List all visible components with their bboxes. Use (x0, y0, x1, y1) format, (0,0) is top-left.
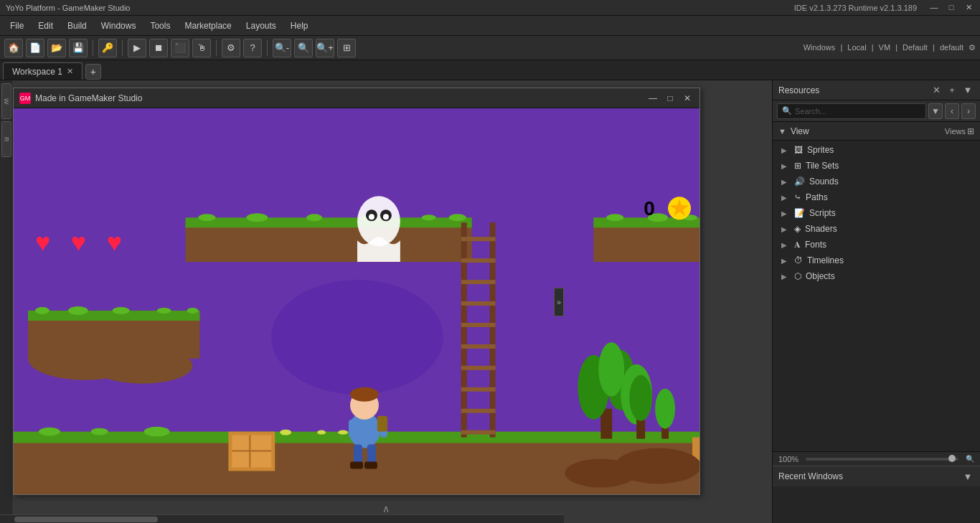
tree-item-paths[interactable]: ▶ ⤷ Paths (773, 189, 980, 205)
tree-item-sprites[interactable]: ▶ 🖼 Sprites (773, 142, 980, 158)
game-window-controls: — □ ✕ (646, 93, 694, 103)
home-button[interactable]: 🏠 (4, 39, 23, 57)
svg-rect-33 (490, 222, 496, 437)
views-button[interactable]: Views ⊞ (945, 126, 974, 136)
timelines-icon: ⏱ (794, 255, 803, 265)
tree-item-tilesets[interactable]: ▶ ⊞ Tile Sets (773, 158, 980, 174)
vm-label[interactable]: VM (879, 43, 891, 52)
svg-rect-59 (350, 462, 363, 469)
h-scroll-thumb[interactable] (14, 517, 158, 522)
svg-rect-24 (593, 222, 699, 262)
nav-next-btn[interactable]: › (961, 103, 976, 119)
tree-item-timelines[interactable]: ▶ ⏱ Timelines (773, 253, 980, 268)
gw-minimize[interactable]: — (646, 93, 659, 103)
save-button[interactable]: 💾 (69, 39, 88, 57)
main-area: W R GM Made in GameMaker Studio — □ ✕ (0, 80, 980, 523)
svg-rect-58 (367, 445, 376, 465)
resources-panel-dropdown[interactable]: ▼ (961, 84, 974, 97)
menu-build[interactable]: Build (60, 18, 94, 34)
maximize-button[interactable]: □ (946, 3, 957, 12)
local-label[interactable]: Local (847, 43, 866, 52)
workspace-tab[interactable]: Workspace 1 ✕ (3, 62, 83, 80)
svg-text:♥: ♥ (107, 227, 122, 257)
workspace[interactable]: W R GM Made in GameMaker Studio — □ ✕ (0, 80, 772, 523)
default2-label[interactable]: default (940, 43, 963, 52)
paths-label: Paths (806, 192, 828, 202)
build-settings-button[interactable]: 🔑 (98, 39, 117, 57)
svg-point-23 (449, 214, 466, 221)
gear-icon[interactable]: ⚙ (969, 43, 976, 52)
zoom-out-button[interactable]: 🔍- (273, 39, 291, 57)
svg-point-10 (68, 306, 88, 315)
tree-item-sounds[interactable]: ▶ 🔊 Sounds (773, 174, 980, 189)
default-label[interactable]: Default (903, 43, 928, 52)
menu-edit[interactable]: Edit (31, 18, 60, 34)
resources-panel-close[interactable]: ✕ (930, 84, 943, 97)
svg-point-78 (338, 430, 348, 435)
svg-rect-34 (461, 237, 496, 241)
bottom-chevron[interactable]: ∧ (382, 503, 390, 514)
left-mini-panels: W R (0, 80, 13, 523)
workspace-tab-close[interactable]: ✕ (67, 67, 73, 76)
title-bar: YoYo Platform - GameMaker Studio IDE v2.… (0, 0, 980, 16)
zoom-in-button[interactable]: 🔍+ (316, 39, 334, 57)
svg-point-47 (369, 214, 374, 220)
menu-file[interactable]: File (3, 18, 31, 34)
zoom-track[interactable] (806, 458, 958, 461)
clean-button[interactable]: 🖱 (192, 39, 211, 57)
shaders-label: Shaders (805, 224, 837, 234)
svg-point-54 (350, 387, 379, 402)
gw-maximize[interactable]: □ (664, 93, 677, 103)
tree-item-scripts[interactable]: ▶ 📝 Scripts (773, 205, 980, 221)
help-button[interactable]: ? (243, 39, 262, 57)
svg-point-1 (271, 280, 443, 395)
tree-item-fonts[interactable]: ▶ 𝐀 Fonts (773, 237, 980, 253)
stop-button[interactable]: ⏹ (149, 39, 168, 57)
view-toggle[interactable]: ▼ (778, 127, 786, 136)
resources-panel-add[interactable]: + (946, 84, 958, 97)
h-scrollbar[interactable] (0, 514, 564, 523)
tree-arrow-scripts: ▶ (781, 209, 790, 217)
debug-button[interactable]: ⬛ (171, 39, 189, 57)
svg-rect-40 (461, 366, 496, 370)
svg-point-12 (157, 308, 171, 314)
run-button[interactable]: ▶ (128, 39, 146, 57)
svg-point-77 (317, 430, 326, 435)
menu-marketplace[interactable]: Marketplace (177, 18, 238, 34)
tilesets-icon: ⊞ (794, 161, 801, 171)
close-button[interactable]: ✕ (963, 3, 974, 12)
recent-windows-collapse[interactable]: ▼ (961, 470, 974, 483)
svg-rect-41 (461, 387, 496, 392)
zoom-thumb[interactable] (948, 455, 956, 462)
gw-close[interactable]: ✕ (681, 93, 694, 103)
tree-item-objects[interactable]: ▶ ⬡ Objects (773, 268, 980, 284)
zoom-reset-button[interactable]: 🔍 (294, 39, 313, 57)
mini-tab-2[interactable]: R (1, 121, 11, 157)
objects-icon: ⬡ (794, 271, 801, 281)
recent-windows-content (773, 486, 980, 523)
game-window-icon: GM (19, 93, 31, 104)
tree-item-shaders[interactable]: ▶ ◈ Shaders (773, 221, 980, 237)
game-window-title: Made in GameMaker Studio (35, 93, 646, 103)
svg-rect-16 (185, 222, 471, 262)
menu-tools[interactable]: Tools (143, 18, 177, 34)
menu-windows[interactable]: Windows (94, 18, 143, 34)
minimize-button[interactable]: — (928, 3, 940, 12)
add-tab-button[interactable]: + (85, 64, 101, 80)
side-panel-collapse-button[interactable]: » (554, 288, 564, 316)
resources-panel: Resources ✕ + ▼ 🔍 Search... ▼ ‹ › ▼ View (773, 80, 980, 451)
new-button[interactable]: 📄 (26, 39, 44, 57)
nav-prev-btn[interactable]: ‹ (945, 103, 959, 119)
settings-button[interactable]: ⚙ (222, 39, 240, 57)
open-button[interactable]: 📂 (47, 39, 66, 57)
svg-point-48 (383, 214, 389, 220)
menu-help[interactable]: Help (283, 18, 316, 34)
timelines-label: Timelines (807, 255, 844, 265)
grid-button[interactable]: ⊞ (337, 39, 356, 57)
game-window-titlebar: GM Made in GameMaker Studio — □ ✕ (14, 88, 699, 108)
svg-point-11 (113, 307, 130, 314)
windows-label[interactable]: Windows (804, 43, 836, 52)
menu-layouts[interactable]: Layouts (239, 18, 283, 34)
mini-tab-1[interactable]: W (1, 83, 11, 119)
dropdown-search-btn[interactable]: ▼ (928, 103, 943, 119)
